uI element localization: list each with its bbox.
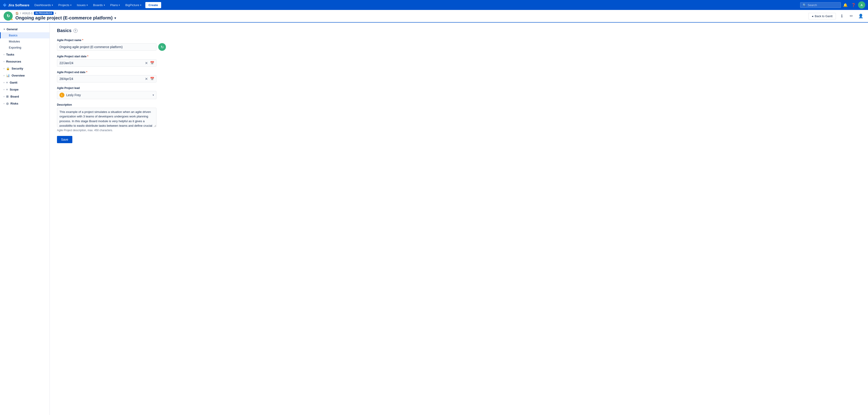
overview-icon: 📊: [6, 74, 10, 77]
help-button[interactable]: ❓: [850, 1, 857, 8]
subheader: ↻ ★ 🏠 / AGILE-1 IN PROGRESS ▾ Ongoing ag…: [0, 10, 868, 23]
sidebar-item-basics[interactable]: Basics: [0, 32, 50, 38]
chevron-down-icon: ▾: [153, 94, 154, 97]
project-lead-select[interactable]: L Lesly Frey ▾: [57, 91, 156, 99]
gantt-icon: ≡: [6, 81, 8, 84]
sidebar-section-scope: › ≡ Scope: [0, 87, 50, 93]
project-avatar: ↻ ★: [4, 11, 13, 21]
sidebar-section-resources: › Resources: [0, 59, 50, 65]
user-avatar[interactable]: A: [858, 1, 865, 8]
project-name-input[interactable]: [57, 43, 156, 50]
board-icon: ⊞: [6, 95, 8, 98]
star-icon[interactable]: ★: [11, 18, 13, 21]
description-hint: Agile Project description, max. 450 char…: [57, 129, 246, 132]
start-date-label: Agile Project start date *: [57, 55, 246, 58]
sidebar-section-tasks-header[interactable]: › Tasks: [0, 51, 50, 58]
back-arrow-icon: ◂: [812, 14, 813, 18]
lead-avatar: L: [59, 93, 64, 98]
main-content: Basics ? Agile Project name * ↻ Agile Pr…: [50, 23, 253, 415]
lead-value: Lesly Frey: [66, 93, 153, 97]
chevron-down-icon: ▾: [52, 4, 53, 6]
nav-dashboards[interactable]: Dashboards ▾: [32, 2, 55, 8]
logo[interactable]: Jira Software: [3, 3, 29, 7]
sidebar-section-resources-header[interactable]: › Resources: [0, 59, 50, 65]
description-group: Description Agile Project description, m…: [57, 103, 246, 132]
sidebar-section-overview-header[interactable]: › 📊 Overview: [0, 72, 50, 78]
project-lead-group: Agile Project lead L Lesly Frey ▾: [57, 87, 246, 99]
project-name-input-wrapper: ↻: [57, 43, 246, 51]
subheader-actions: ◂ Back to Gantt ℹ ✏ 👤: [808, 12, 864, 20]
start-date-group: Agile Project start date * ✕ 📅: [57, 55, 246, 67]
description-textarea[interactable]: [57, 108, 156, 127]
risks-icon: ◎: [6, 102, 8, 105]
start-date-input[interactable]: [57, 60, 144, 66]
sidebar-section-security-header[interactable]: › 🔒 Security: [0, 66, 50, 72]
end-date-input-wrapper: ✕ 📅: [57, 75, 156, 82]
start-date-calendar-icon[interactable]: 📅: [149, 61, 156, 65]
sidebar-item-modules[interactable]: Modules: [0, 38, 50, 44]
user-button[interactable]: 👤: [857, 12, 864, 20]
breadcrumb-project-link[interactable]: AGILE-1: [22, 12, 33, 15]
sidebar-section-tasks: › Tasks: [0, 51, 50, 58]
chevron-down-icon: ▾: [104, 4, 105, 6]
end-date-clear-icon[interactable]: ✕: [144, 77, 149, 81]
search-icon: 🔍: [803, 3, 806, 7]
svg-text:↻: ↻: [6, 14, 10, 18]
project-name-group: Agile Project name * ↻: [57, 39, 246, 51]
info-button[interactable]: ℹ: [838, 12, 845, 20]
sidebar: ▾ General Basics Modules Exporting › Tas…: [0, 23, 50, 415]
chevron-right-icon: ›: [4, 67, 4, 70]
sidebar-section-general-header[interactable]: ▾ General: [0, 26, 50, 32]
notifications-button[interactable]: 🔔: [842, 1, 849, 8]
sidebar-section-board-header[interactable]: › ⊞ Board: [0, 94, 50, 100]
description-label: Description: [57, 103, 246, 106]
top-navigation: Jira Software Dashboards ▾ Projects ▾ Is…: [0, 0, 868, 10]
create-button[interactable]: Create: [145, 2, 161, 8]
chevron-right-icon: ›: [4, 102, 4, 105]
sidebar-section-gantt: › ≡ Gantt: [0, 79, 50, 85]
status-badge: IN PROGRESS: [34, 11, 54, 15]
sidebar-section-gantt-header[interactable]: › ≡ Gantt: [0, 79, 50, 85]
sidebar-section-risks-header[interactable]: › ◎ Risks: [0, 101, 50, 107]
project-name-label: Agile Project name *: [57, 39, 246, 42]
start-date-clear-icon[interactable]: ✕: [144, 61, 149, 65]
chevron-right-icon: ›: [4, 81, 4, 84]
chevron-right-icon: ›: [4, 95, 4, 98]
chevron-down-icon[interactable]: ▾: [114, 16, 116, 20]
section-title: Basics ?: [57, 28, 246, 33]
nav-icon-group: 🔔 ❓ A: [842, 1, 865, 8]
help-icon[interactable]: ?: [73, 29, 78, 33]
security-icon: 🔒: [6, 67, 10, 70]
end-date-calendar-icon[interactable]: 📅: [149, 77, 156, 81]
edit-button[interactable]: ✏: [848, 12, 855, 20]
nav-projects[interactable]: Projects ▾: [56, 2, 74, 8]
back-to-gantt-button[interactable]: ◂ Back to Gantt: [808, 13, 836, 20]
logo-text: Jira Software: [8, 3, 29, 7]
chevron-down-icon: ▾: [119, 4, 120, 6]
chevron-down-icon: ▾: [4, 28, 5, 31]
nav-bigpicture[interactable]: BigPicture ▾: [123, 2, 144, 8]
breadcrumb: 🏠 / AGILE-1 IN PROGRESS ▾: [16, 11, 116, 15]
home-icon[interactable]: 🏠: [16, 12, 19, 15]
nav-issues[interactable]: Issues ▾: [74, 2, 90, 8]
sidebar-section-security: › 🔒 Security: [0, 66, 50, 72]
nav-plans[interactable]: Plans ▾: [108, 2, 122, 8]
sidebar-section-general: ▾ General Basics Modules Exporting: [0, 26, 50, 50]
project-title: Ongoing agile project (E-commerce platfo…: [16, 15, 116, 21]
refresh-button[interactable]: ↻: [158, 43, 166, 51]
scope-icon: ≡: [6, 88, 8, 91]
end-date-input[interactable]: [57, 75, 144, 82]
sidebar-section-board: › ⊞ Board: [0, 94, 50, 100]
sidebar-item-exporting[interactable]: Exporting: [0, 44, 50, 50]
nav-boards[interactable]: Boards ▾: [91, 2, 107, 8]
save-button[interactable]: Save: [57, 136, 72, 143]
sidebar-section-scope-header[interactable]: › ≡ Scope: [0, 87, 50, 93]
end-date-group: Agile Project end date * ✕ 📅: [57, 71, 246, 82]
search-bar[interactable]: 🔍 Search: [800, 2, 841, 8]
chevron-down-icon[interactable]: ▾: [55, 12, 56, 14]
chevron-right-icon: ›: [4, 88, 4, 91]
sidebar-section-risks: › ◎ Risks: [0, 101, 50, 107]
project-info: 🏠 / AGILE-1 IN PROGRESS ▾ Ongoing agile …: [16, 11, 116, 21]
chevron-right-icon: ›: [4, 74, 4, 77]
main-layout: ▾ General Basics Modules Exporting › Tas…: [0, 23, 868, 415]
